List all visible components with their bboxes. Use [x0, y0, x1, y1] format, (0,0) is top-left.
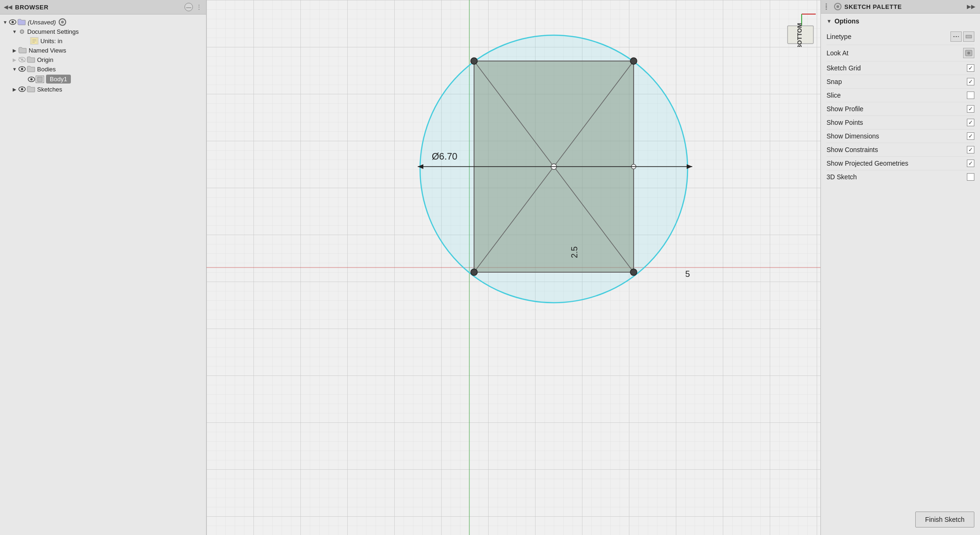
svg-rect-40 [966, 35, 972, 38]
folder-icon [26, 56, 36, 63]
slice-label: Slice [827, 92, 967, 99]
body-shape-icon [36, 76, 44, 83]
tree-item-bodies[interactable]: ▼ Bodies [0, 64, 206, 74]
show-profile-label: Show Profile [827, 105, 967, 113]
eye-icon[interactable] [18, 66, 26, 72]
option-row-look-at: Look At [827, 45, 974, 61]
svg-point-42 [967, 52, 970, 54]
linetype-button-2[interactable] [963, 31, 974, 42]
tree-item-units[interactable]: Units: in [0, 36, 206, 46]
browser-panel: ◀◀ BROWSER — ⋮ ▼ (Uns [0, 0, 207, 535]
show-dimensions-checkbox[interactable] [967, 132, 974, 140]
option-row-slice: Slice [827, 89, 974, 102]
svg-point-27 [471, 269, 477, 275]
document-settings-label: Document Settings [27, 28, 79, 35]
origin-label: Origin [37, 56, 54, 63]
chevron-icon: ▶ [11, 47, 18, 54]
option-row-show-dimensions: Show Dimensions [827, 130, 974, 143]
eye-icon[interactable] [8, 19, 17, 25]
browser-minimize-button[interactable]: — [184, 3, 193, 11]
look-at-button[interactable] [963, 48, 974, 58]
svg-point-1 [12, 21, 14, 23]
finish-sketch-button[interactable]: Finish Sketch [915, 512, 974, 527]
sketch-grid-label: Sketch Grid [827, 64, 967, 72]
3d-sketch-checkbox[interactable] [967, 173, 974, 181]
eye-icon-hidden[interactable] [18, 56, 26, 63]
units-label: Units: in [40, 38, 62, 45]
snap-label: Snap [827, 78, 967, 85]
chevron-icon: ▼ [11, 66, 18, 72]
show-dimensions-controls [967, 132, 974, 140]
option-row-snap: Snap [827, 75, 974, 89]
linetype-button-1[interactable] [950, 31, 962, 42]
show-profile-checkbox[interactable] [967, 105, 974, 113]
bodies-label: Bodies [37, 66, 56, 73]
chevron-icon: ▶ [11, 56, 18, 63]
slice-controls [967, 92, 974, 99]
snap-checkbox[interactable] [967, 78, 974, 85]
folder-icon [26, 65, 36, 73]
svg-point-25 [471, 58, 477, 64]
eye-icon[interactable] [18, 86, 26, 92]
browser-tree: ▼ (Unsaved) ▼ [0, 15, 206, 535]
look-at-controls [963, 48, 974, 58]
finish-sketch-container: Finish Sketch [821, 504, 980, 535]
linetype-controls [950, 31, 974, 42]
named-views-label: Named Views [29, 47, 66, 54]
linetype-label: Linetype [827, 33, 950, 40]
svg-point-10 [21, 68, 23, 70]
tree-item-sketches[interactable]: ▶ Sketches [0, 84, 206, 94]
option-row-show-profile: Show Profile [827, 102, 974, 116]
3d-sketch-controls [967, 173, 974, 181]
palette-expand-icon[interactable]: ▶▶ [967, 3, 975, 10]
document-icon [30, 37, 38, 45]
show-profile-controls [967, 105, 974, 113]
palette-icon [834, 3, 842, 10]
svg-point-15 [21, 88, 23, 91]
chevron-icon: ▼ [2, 19, 8, 25]
sketch-grid-checkbox[interactable] [967, 64, 974, 72]
palette-header: SKETCH PALETTE ▶▶ [821, 0, 980, 14]
show-constraints-controls [967, 146, 974, 153]
tree-item-root[interactable]: ▼ (Unsaved) [0, 17, 206, 27]
sketch-grid-controls [967, 64, 974, 72]
tree-item-origin[interactable]: ▶ Origin [0, 55, 206, 64]
body1-label: Body1 [46, 75, 71, 84]
show-projected-label: Show Projected Geometries [827, 160, 967, 167]
tree-item-body1[interactable]: ▶ Body1 [0, 74, 206, 84]
options-collapse-icon[interactable]: ▼ [827, 18, 832, 24]
option-row-linetype: Linetype [827, 29, 974, 45]
sketch-canvas: Ø6.70 2.5 5 [207, 0, 820, 535]
folder-icon [18, 46, 27, 54]
snap-controls [967, 78, 974, 85]
show-projected-controls [967, 160, 974, 167]
svg-text:2.5: 2.5 [570, 246, 579, 258]
canvas-area[interactable]: Ø6.70 2.5 5 BOTTOM [207, 0, 820, 535]
svg-point-12 [31, 78, 33, 80]
options-header: ▼ Options [827, 17, 974, 25]
svg-text:5: 5 [685, 269, 690, 279]
tree-item-document-settings[interactable]: ▼ ⚙ Document Settings [0, 27, 206, 36]
option-row-3d-sketch: 3D Sketch [827, 170, 974, 183]
show-points-controls [967, 119, 974, 126]
slice-checkbox[interactable] [967, 92, 974, 99]
tree-item-named-views[interactable]: ▶ Named Views [0, 46, 206, 55]
svg-point-28 [630, 269, 637, 275]
palette-title: SKETCH PALETTE [844, 3, 964, 10]
show-points-checkbox[interactable] [967, 119, 974, 126]
view-cube[interactable]: BOTTOM [773, 9, 811, 47]
browser-header: ◀◀ BROWSER — ⋮ [0, 0, 206, 15]
svg-rect-13 [38, 77, 42, 82]
browser-drag-handle: ⋮ [196, 3, 202, 11]
chevron-icon: ▶ [11, 86, 18, 92]
show-points-label: Show Points [827, 119, 967, 126]
browser-collapse-icon[interactable]: ◀◀ [4, 4, 12, 10]
eye-icon[interactable] [27, 76, 36, 83]
show-projected-checkbox[interactable] [967, 160, 974, 167]
folder-icon [17, 18, 26, 26]
chevron-icon: ▼ [11, 28, 18, 35]
folder-icon [26, 85, 36, 93]
svg-text:Ø6.70: Ø6.70 [432, 151, 457, 161]
show-dimensions-label: Show Dimensions [827, 132, 967, 140]
show-constraints-checkbox[interactable] [967, 146, 974, 153]
